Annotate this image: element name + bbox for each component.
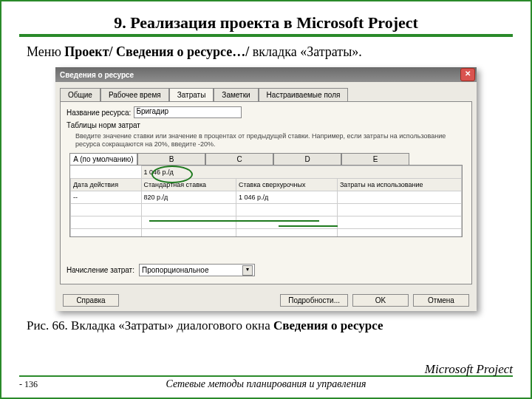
dialog-titlebar[interactable]: Сведения о ресурсе ✕ (55, 67, 477, 82)
slide-subtitle: Меню Проект/ Сведения о ресурсе…/ вкладк… (27, 44, 513, 60)
cell[interactable] (337, 228, 461, 237)
accrue-combo[interactable]: Пропорциональное ▾ (139, 264, 255, 276)
page-number: - 136 (19, 379, 38, 390)
accrue-value: Пропорциональное (142, 266, 209, 274)
close-button[interactable]: ✕ (460, 68, 475, 81)
cell[interactable] (337, 191, 461, 203)
dialog-title: Сведения о ресурсе (60, 71, 134, 79)
cell[interactable] (337, 216, 461, 228)
cell[interactable] (337, 203, 461, 216)
subtitle-bold: Проект/ Сведения о ресурсе…/ (64, 44, 249, 59)
col-std-rate[interactable]: Стандартная ставка (141, 178, 236, 191)
slide-title: 9. Реализация проекта в Microsoft Projec… (19, 13, 513, 33)
cell[interactable] (71, 203, 142, 216)
tab-general[interactable]: Общие (60, 88, 100, 101)
cell[interactable] (71, 228, 142, 237)
slide-footer: - 136 Сетевые методы планирования и упра… (19, 375, 513, 390)
pre-header-cell: 1 046 р./д (141, 166, 461, 178)
cell[interactable] (236, 228, 338, 237)
col-date[interactable]: Дата действия (71, 178, 142, 191)
cell[interactable]: -- (71, 191, 142, 203)
subtitle-suffix: вкладка «Затраты». (249, 44, 361, 59)
title-underline (19, 34, 513, 37)
cell[interactable]: 820 р./д (141, 191, 236, 203)
subtitle-prefix: Меню (27, 44, 64, 59)
footer-brand: Microsoft Project (425, 362, 513, 377)
rate-tab-e[interactable]: E (341, 153, 409, 165)
cell[interactable] (141, 228, 236, 237)
costs-panel: Название ресурса: Бригадир Таблицы норм … (60, 101, 472, 284)
cell[interactable] (71, 216, 142, 228)
rate-tab-b[interactable]: B (137, 153, 205, 165)
cell[interactable] (141, 203, 236, 216)
accrue-label: Начисление затрат: (66, 266, 134, 274)
cell[interactable] (236, 216, 338, 228)
rate-hint: Введите значение ставки или значение в п… (75, 132, 466, 149)
cell[interactable] (141, 216, 236, 228)
resource-name-input[interactable]: Бригадир (134, 106, 242, 118)
caption-prefix: Рис. 66. Вкладка «Затраты» диалогового о… (27, 318, 273, 332)
cell[interactable]: 1 046 р./д (236, 191, 338, 203)
resource-name-label: Название ресурса: (66, 109, 131, 117)
figure-caption: Рис. 66. Вкладка «Затраты» диалогового о… (27, 318, 513, 333)
rate-tab-d[interactable]: D (273, 153, 341, 165)
help-button[interactable]: Справка (63, 294, 119, 307)
rate-tab-a[interactable]: A (по умолчанию) (69, 153, 137, 165)
tab-costs[interactable]: Затраты (169, 88, 214, 101)
col-per-use[interactable]: Затраты на использование (337, 178, 461, 191)
rate-tables-label: Таблицы норм затрат (66, 121, 466, 129)
rate-tab-c[interactable]: C (205, 153, 273, 165)
cell[interactable] (236, 203, 338, 216)
chevron-down-icon[interactable]: ▾ (242, 265, 253, 276)
details-button[interactable]: Подробности... (280, 294, 348, 307)
caption-bold: Сведения о ресурсе (273, 318, 383, 332)
cancel-button[interactable]: Отмена (413, 294, 469, 307)
col-ovt-rate[interactable]: Ставка сверхурочных (236, 178, 338, 191)
resource-info-dialog: Сведения о ресурсе ✕ Общие Рабочее время… (55, 67, 477, 311)
footer-center: Сетевые методы планирования и управления (166, 378, 366, 390)
tab-notes[interactable]: Заметки (214, 88, 258, 101)
dialog-button-row: Справка Подробности... OK Отмена (55, 294, 477, 307)
ok-button[interactable]: OK (352, 294, 409, 307)
tab-custom-fields[interactable]: Настраиваемые поля (259, 88, 349, 101)
tab-working-time[interactable]: Рабочее время (100, 88, 169, 101)
dialog-tabs: Общие Рабочее время Затраты Заметки Наст… (60, 88, 472, 101)
rate-tabs: A (по умолчанию) B C D E (69, 153, 466, 165)
rate-table[interactable]: 1 046 р./д Дата действия Стандартная ста… (69, 165, 463, 237)
